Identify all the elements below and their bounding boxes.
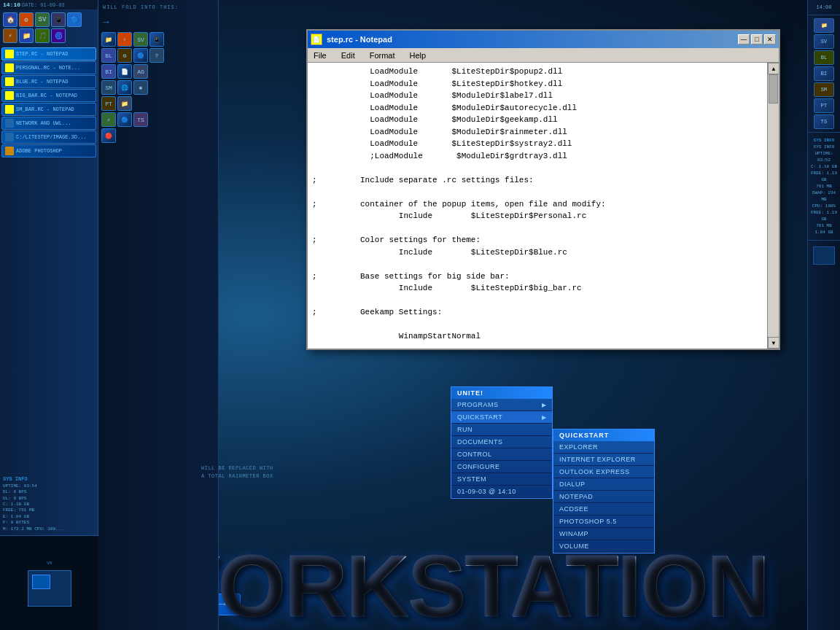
middle-icon-row-6: ⚡ 🔵 TS [101,112,215,127]
taskbar-item-4[interactable]: SM_BAR.RC - NOTEPAD [1,103,96,116]
taskbar-item-label-5: NETWORK AND UWL... [16,120,71,126]
taskbar-item-5[interactable]: NETWORK AND UWL... [1,117,96,130]
mid-icon-17[interactable]: ⚡ [101,112,116,127]
minimize-button[interactable]: — [738,34,750,44]
mini-icon-2[interactable]: SV [814,34,834,49]
notepad-title-area: 📄 step.rc - Notepad [311,34,392,45]
mid-icon-6[interactable]: ⚙ [117,48,132,63]
popup-item-configure-label: CONFIGURE [457,463,500,470]
popup-item-system[interactable]: SYSTEM [451,473,552,486]
popup-item-documents[interactable]: DOCUMENTS [451,436,552,448]
clock-time: 14:10 [3,1,20,8]
mini-icon-7[interactable]: TS [814,114,834,129]
menu-help[interactable]: Help [407,50,429,61]
mid-icon-14[interactable]: ✱ [133,80,148,95]
menu-edit[interactable]: Edit [338,50,358,61]
mini-icon-5[interactable]: SM [814,82,834,97]
taskbar-item-icon-5 [5,119,14,128]
r-uptime-label: SYS INFO [809,144,839,150]
popup-sub-outlook[interactable]: OUTLOOK EXPRESS [553,466,654,478]
mid-icon-1[interactable]: 📁 [101,32,116,47]
taskbar-item-6[interactable]: C:/LITESTEP/IMAGE.3D... [1,131,96,144]
popup-sub-volume[interactable]: VOLUME [553,540,654,553]
mid-icon-10[interactable]: 📄 [117,64,132,79]
popup-header: UNITE! [451,387,552,399]
mid-icon-20[interactable]: 🔴 [101,128,116,143]
tray-icon-7[interactable]: 📁 [19,28,34,43]
tray-icon-6[interactable]: ⚡ [3,28,18,43]
mini-icon-6[interactable]: PT [814,98,834,113]
tray-icon-4[interactable]: 📱 [51,12,66,27]
scroll-thumb[interactable] [769,74,778,104]
r-f2: 761 MB [809,222,839,229]
mid-icon-15[interactable]: PT [101,96,116,111]
mid-icon-8[interactable]: ? [149,48,164,63]
tray-icon-1[interactable]: 🏠 [3,12,18,27]
popup-sub-explorer[interactable]: EXPLORER [553,441,654,454]
taskbar-item-2[interactable]: BLUE.RC - NOTEPAD [1,75,96,88]
popup-sub-notepad-label: NOTEPAD [559,493,593,500]
mid-icon-16[interactable]: 📁 [117,96,132,111]
mid-icon-7[interactable]: 🔵 [133,48,148,63]
popup-sub-winamp[interactable]: WINAMP [553,528,654,540]
close-button[interactable]: ✕ [764,34,776,44]
middle-icon-row-5: PT 📁 [101,96,215,111]
taskbar-item-7[interactable]: ADOBE PHOTOSHOP [1,144,96,158]
taskbar-item-3[interactable]: BIG_BAR.RC - NOTEPAD [1,89,96,102]
middle-icon-row-2: BL ⚙ 🔵 ? [101,48,215,63]
mid-icon-19[interactable]: TS [133,112,148,127]
popup-sub-acdsee[interactable]: ACDSEE [553,503,654,516]
tray-icon-2[interactable]: ⚙ [19,12,34,27]
mid-icon-9[interactable]: BI [101,64,116,79]
notepad-scrollbar[interactable]: ▲ ▼ [767,63,779,349]
tray-icon-8[interactable]: 🎵 [35,28,50,43]
mid-icon-18[interactable]: 🔵 [117,112,132,127]
popup-item-quickstart[interactable]: QUICKSTART [451,411,552,424]
scroll-down-button[interactable]: ▼ [768,337,779,349]
popup-sub-notepad[interactable]: NOTEPAD [553,491,654,503]
sys-f-free: F: 0 BYTES [3,520,96,526]
mid-icon-11[interactable]: AG [133,64,148,79]
mini-icon-3[interactable]: BL [814,50,834,65]
sys-dl: DL: 0 BPS [3,489,96,495]
taskbar-item-label-3: BIG_BAR.RC - NOTEPAD [16,93,77,98]
r-size2: 761 MB [809,183,839,190]
scroll-up-button[interactable]: ▲ [768,63,779,74]
popup-item-programs[interactable]: PROGRAMS [451,399,552,411]
popup-item-system-label: SYSTEM [457,475,486,483]
taskbar-item-1[interactable]: PERSONAL.RC - NOTE... [1,61,96,74]
menu-file[interactable]: File [311,50,330,61]
mid-icon-12[interactable]: SM [101,80,116,95]
popup-item-control[interactable]: CONTROL [451,448,552,461]
tray-icon-3[interactable]: SV [35,12,50,27]
right-mini-bar: 14:08 📁 SV BL BI SM PT TS SYS INFO SYS I… [807,0,840,630]
mid-icon-3[interactable]: SV [133,32,148,47]
tray-icon-5[interactable]: 🔵 [67,12,82,27]
mini-icon-1[interactable]: 📁 [814,18,834,33]
mid-icon-13[interactable]: 🌐 [117,80,132,95]
popup-sub-ie[interactable]: INTERNET EXPLORER [553,454,654,466]
mid-icon-5[interactable]: BL [101,48,116,63]
workstation-3d-text: WORKSTATION [137,542,769,630]
popup-item-date[interactable]: 01-09-03 @ 14:10 [451,486,552,498]
scroll-track[interactable] [768,74,779,337]
popup-item-run[interactable]: RUN [451,424,552,436]
popup-item-configure[interactable]: CONFIGURE [451,461,552,473]
mid-icon-4[interactable]: 📱 [149,32,164,47]
popup-sub-photoshop[interactable]: PHOTOSHOP 5.5 [553,516,654,528]
bar-divider-2 [808,132,840,133]
tray-icon-9[interactable]: 🌀 [51,28,66,43]
mini-icon-4[interactable]: BI [814,66,834,81]
popup-sub-dialup[interactable]: DIALUP [553,478,654,491]
middle-bar: WILL FOLD INTO THIS: → 📁 ⚡ SV 📱 BL ⚙ 🔵 ?… [98,0,219,630]
taskbar-item-label-2: BLUE.RC - NOTEPAD [16,79,68,85]
taskbar-item-icon-1 [5,63,14,72]
sys-e-total: E: 1.04 GB [3,514,96,520]
maximize-button[interactable]: □ [751,34,763,44]
taskbar-item-0[interactable]: STEP.RC - NOTEPAD [1,47,96,61]
notepad-text-content[interactable]: LoadModule $LiteStepDir$popup2.dll LoadM… [308,63,767,349]
r-uptime: UPTIME: [809,150,839,157]
menu-format[interactable]: Format [367,50,398,61]
mid-icon-2[interactable]: ⚡ [117,32,132,47]
left-sidebar: 14:10 DATE: 01-09-03 🏠 ⚙ SV 📱 🔵 ⚡ 📁 🎵 🌀 … [0,0,98,630]
